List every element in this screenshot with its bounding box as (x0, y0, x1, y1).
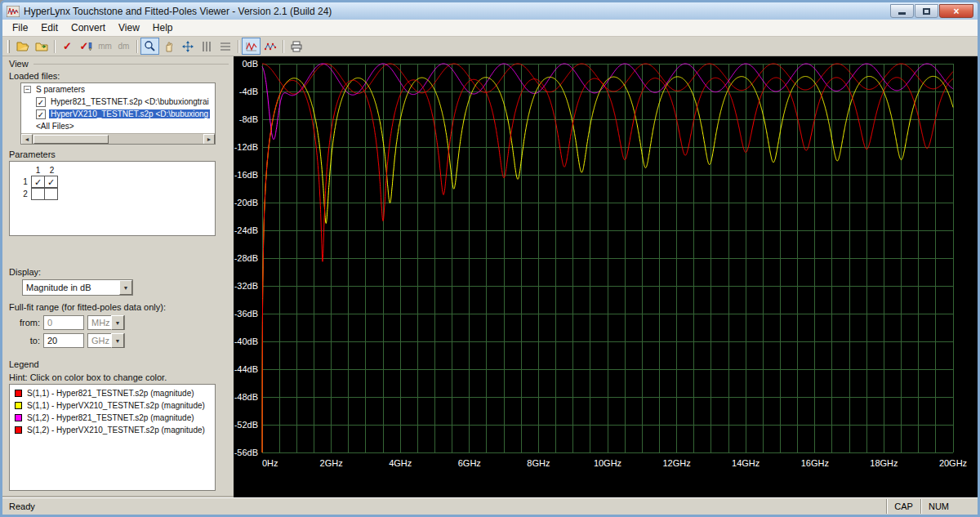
open-file-button[interactable] (13, 38, 32, 55)
dropdown-button[interactable]: ▼ (111, 333, 124, 348)
legend-label: Legend (2, 358, 234, 371)
tree-all-files-row[interactable]: <All Files> (21, 120, 215, 132)
tree-file-row[interactable]: ✓ HyperVX210_TESTNET.s2p <D:\bubuxiong (21, 108, 215, 120)
to-input[interactable]: 20 (43, 333, 84, 348)
view-pane-caption: View (2, 58, 234, 69)
app-icon (7, 6, 20, 17)
menu-file[interactable]: File (6, 20, 34, 35)
scroll-left-icon[interactable]: ◄ (21, 134, 33, 145)
tree-horizontal-scrollbar[interactable]: ◄ ► (21, 133, 215, 144)
validate-passivity-button[interactable]: ✓ (58, 38, 77, 55)
matrix-row: 2 (20, 188, 215, 200)
pencil-icon (88, 42, 92, 51)
display-label: Display: (2, 265, 234, 279)
parameters-matrix: 1 2 1 ✓ ✓ 2 (9, 161, 216, 236)
parameters-label: Parameters (2, 148, 234, 161)
fullfit-range-label: Full-fit range (for fitted-poles data on… (2, 301, 234, 314)
print-button[interactable] (287, 38, 305, 55)
matrix-cell-1-1[interactable]: ✓ (31, 176, 45, 188)
svg-text:-48dB: -48dB (234, 392, 258, 402)
units-mm-button[interactable]: mm (96, 38, 114, 55)
toolbar-separator (136, 40, 137, 53)
legend-item: S(1,1) - Hyper821_TESTNET.s2p (magnitude… (10, 387, 215, 399)
window-controls: × (890, 4, 973, 18)
tree-file-label: Hyper821_TESTNET.s2p <D:\bubuxiongtrai (49, 97, 211, 106)
menu-help[interactable]: Help (146, 20, 180, 35)
scrollbar-thumb[interactable] (33, 135, 109, 144)
display-value: Magnitude in dB (23, 283, 119, 292)
svg-text:14GHz: 14GHz (732, 458, 760, 468)
maximize-icon (923, 8, 930, 15)
legend-color-swatch[interactable] (15, 390, 22, 397)
dropdown-button[interactable]: ▼ (119, 280, 132, 295)
tree-file-label-selected: HyperVX210_TESTNET.s2p <D:\bubuxiong (49, 109, 210, 118)
from-input[interactable]: 0 (43, 315, 84, 330)
menu-bar: File Edit Convert View Help (2, 20, 978, 37)
loaded-files-label: Loaded files: (2, 69, 234, 82)
svg-text:-4dB: -4dB (239, 87, 258, 96)
app-window: HyperLynx Touchstone and Fitted-Poles Vi… (0, 0, 980, 517)
menu-convert[interactable]: Convert (65, 20, 112, 35)
legend-color-swatch[interactable] (15, 426, 22, 434)
svg-text:20GHz: 20GHz (939, 458, 967, 468)
svg-text:-28dB: -28dB (234, 253, 258, 263)
legend-hint: Hint: Click on color box to change color… (2, 371, 234, 382)
matrix-header-row: 1 2 (20, 164, 215, 176)
matrix-row: 1 ✓ ✓ (20, 176, 215, 188)
file-checkbox[interactable]: ✓ (36, 109, 46, 119)
show-fitted-points-button[interactable] (261, 38, 279, 55)
zoom-button[interactable] (140, 38, 159, 55)
svg-text:-8dB: -8dB (239, 114, 258, 124)
minimize-button[interactable] (890, 4, 914, 18)
open-folder-icon (16, 41, 29, 52)
import-file-button[interactable] (32, 38, 51, 55)
main-area: View Loaded files: − S parameters ✓ Hype… (2, 56, 978, 497)
units-dm-button[interactable]: dm (114, 38, 133, 55)
title-bar[interactable]: HyperLynx Touchstone and Fitted-Poles Vi… (2, 2, 978, 20)
dropdown-button[interactable]: ▼ (111, 315, 124, 330)
legend-item-label: S(1,1) - HyperVX210_TESTNET.s2p (magnitu… (27, 401, 205, 410)
collapse-icon[interactable]: − (24, 86, 31, 93)
matrix-cell-1-2[interactable]: ✓ (44, 176, 58, 188)
fit-arrows-icon (181, 40, 194, 53)
from-row: from: 0 MHz ▼ (2, 314, 234, 331)
resize-grip[interactable] (956, 498, 978, 515)
close-button[interactable]: × (939, 4, 973, 18)
toolbar-grip[interactable] (7, 40, 10, 53)
matrix-cell-2-1[interactable] (31, 188, 45, 200)
display-dropdown[interactable]: Magnitude in dB ▼ (22, 279, 133, 296)
menu-view[interactable]: View (112, 20, 146, 35)
legend-item: S(1,2) - HyperVX210_TESTNET.s2p (magnitu… (10, 424, 215, 436)
show-curves-button[interactable] (242, 38, 261, 55)
pan-button[interactable] (159, 38, 178, 55)
matrix-cell-2-2[interactable] (44, 188, 58, 200)
vertical-grid-button[interactable] (197, 38, 216, 55)
tree-file-row[interactable]: ✓ Hyper821_TESTNET.s2p <D:\bubuxiongtrai (21, 96, 215, 108)
to-unit-dropdown[interactable]: GHz ▼ (87, 333, 125, 348)
check-icon: ✓ (80, 41, 89, 51)
from-unit-dropdown[interactable]: MHz ▼ (87, 315, 125, 330)
tree-root-s-parameters[interactable]: − S parameters (21, 83, 215, 96)
plot-canvas[interactable]: 0dB-4dB-8dB-12dB-16dB-20dB-24dB-28dB-32d… (234, 56, 978, 497)
zoom-fit-button[interactable] (178, 38, 197, 55)
file-checkbox[interactable]: ✓ (36, 97, 46, 107)
to-row: to: 20 GHz ▼ (2, 332, 234, 349)
scroll-right-icon[interactable]: ► (203, 134, 215, 145)
curve-points-icon (264, 41, 277, 52)
maximize-button[interactable] (915, 4, 938, 18)
matrix-row-header: 2 (20, 189, 31, 198)
magnifier-icon (144, 40, 156, 52)
svg-text:-52dB: -52dB (234, 420, 258, 430)
svg-text:10GHz: 10GHz (594, 458, 621, 468)
plot-area[interactable]: 0dB-4dB-8dB-12dB-16dB-20dB-24dB-28dB-32d… (234, 56, 978, 497)
svg-text:4GHz: 4GHz (389, 458, 412, 468)
legend-color-swatch[interactable] (15, 414, 22, 421)
menu-edit[interactable]: Edit (34, 20, 65, 35)
status-bar: Ready CAP NUM (2, 497, 978, 515)
horizontal-grid-button[interactable] (216, 38, 234, 55)
matrix-col-header: 2 (45, 166, 59, 175)
validate-causality-button[interactable]: ✓ (77, 38, 96, 55)
matrix-row-header: 1 (20, 177, 31, 186)
legend-color-swatch[interactable] (15, 402, 22, 409)
legend-item-label: S(1,2) - Hyper821_TESTNET.s2p (magnitude… (27, 413, 194, 422)
